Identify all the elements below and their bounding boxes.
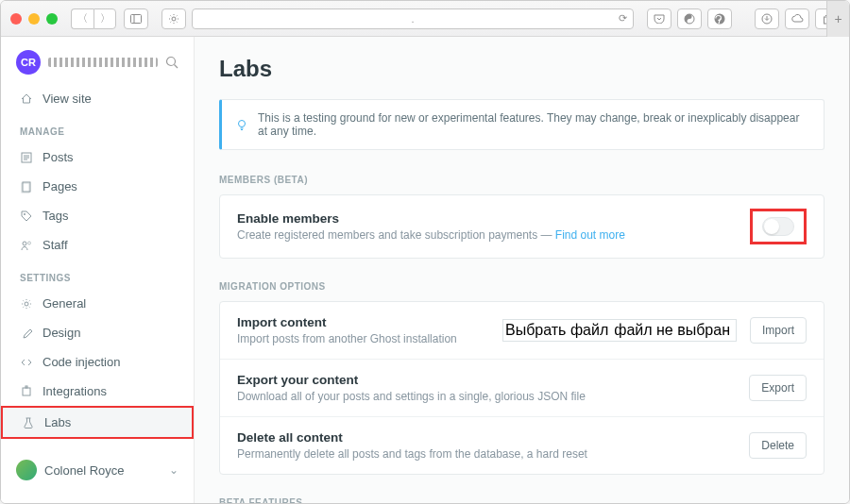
sidebar-item-label: Integrations [42, 384, 107, 398]
staff-icon [20, 239, 33, 252]
export-row: Export your content Download all of your… [220, 359, 824, 416]
code-icon [20, 356, 33, 369]
delete-button[interactable]: Delete [749, 432, 807, 459]
pinterest-icon [714, 13, 725, 25]
pocket-button[interactable] [647, 8, 672, 29]
import-row: Import content Import posts from another… [220, 302, 824, 359]
sidebar-item-label: Staff [42, 238, 68, 252]
migration-card: Import content Import posts from another… [219, 301, 824, 475]
svg-point-2 [172, 17, 176, 21]
nav-buttons: 〈 〉 [71, 8, 116, 29]
enable-members-title: Enable members [237, 211, 737, 226]
import-desc: Import posts from another Ghost installa… [237, 332, 489, 345]
toggle-highlight [750, 209, 807, 244]
import-title: Import content [237, 315, 489, 329]
choose-file-button[interactable]: Выбрать файл [505, 322, 608, 339]
window-controls [10, 13, 58, 25]
cloud-icon [790, 14, 804, 24]
downloads-button[interactable] [755, 8, 779, 29]
posts-icon [20, 151, 33, 164]
svg-point-21 [239, 121, 246, 127]
download-icon [761, 13, 773, 25]
file-input[interactable]: Выбрать файл файл не выбран [502, 319, 737, 342]
svg-point-16 [23, 242, 26, 245]
svg-rect-20 [26, 386, 27, 388]
user-avatar [16, 460, 37, 480]
sidebar-item-view-site[interactable]: View site [1, 84, 194, 113]
extension-button-1[interactable] [677, 8, 702, 29]
svg-rect-19 [23, 388, 30, 395]
sidebar-item-label: Design [42, 326, 80, 340]
sidebar-item-labs[interactable]: Labs [1, 406, 194, 439]
gear-icon [20, 297, 33, 311]
delete-row: Delete all content Permanently delete al… [220, 416, 824, 474]
tag-icon [20, 210, 33, 223]
section-label-migration: Migration options [219, 281, 824, 292]
sidebar: CR View site Manage Posts Pages Tags Sta… [1, 37, 195, 503]
section-label-beta: Beta features [219, 497, 824, 503]
export-button[interactable]: Export [749, 375, 807, 401]
file-status: файл не выбран [614, 322, 730, 339]
puzzle-icon [20, 385, 33, 398]
sidebar-item-tags[interactable]: Tags [1, 201, 194, 230]
page-title: Labs [219, 56, 824, 82]
svg-point-18 [25, 302, 28, 306]
sidebar-item-design[interactable]: Design [1, 318, 194, 347]
zoom-window-button[interactable] [46, 13, 58, 25]
search-button[interactable] [165, 56, 178, 69]
flask-icon [22, 416, 35, 429]
sidebar-item-general[interactable]: General [1, 289, 194, 318]
enable-members-desc: Create registered members and take subsc… [237, 228, 737, 242]
forward-button[interactable]: 〉 [94, 8, 116, 29]
sidebar-item-label: View site [42, 92, 92, 106]
close-window-button[interactable] [10, 13, 22, 25]
sidebar-item-integrations[interactable]: Integrations [1, 377, 194, 406]
address-bar[interactable]: . ⟳ [192, 8, 634, 29]
sidebar-item-label: General [42, 296, 86, 311]
info-notice: This is a testing ground for new or expe… [219, 99, 824, 150]
main-panel: Labs This is a testing ground for new or… [195, 37, 849, 503]
sidebar-item-label: Labs [44, 415, 71, 429]
site-avatar[interactable]: CR [16, 50, 41, 75]
home-icon [20, 92, 33, 106]
new-tab-button[interactable]: + [826, 1, 849, 37]
find-out-more-link[interactable]: Find out more [555, 228, 625, 242]
pinterest-button[interactable] [707, 8, 732, 29]
enable-members-toggle[interactable] [762, 217, 794, 236]
svg-line-8 [175, 65, 178, 69]
svg-rect-0 [131, 14, 142, 23]
address-text: . [411, 13, 414, 25]
sidebar-header: CR [1, 50, 194, 84]
icloud-tabs-button[interactable] [785, 8, 809, 29]
site-settings-button[interactable] [162, 8, 186, 29]
reload-icon[interactable]: ⟳ [619, 12, 627, 25]
panel-icon [130, 14, 142, 24]
sidebar-item-code-injection[interactable]: Code injection [1, 347, 194, 377]
section-label-members: Members (beta) [219, 175, 824, 185]
sidebar-item-posts[interactable]: Posts [1, 143, 194, 172]
members-card: Enable members Create registered members… [219, 194, 824, 259]
toolbar-right [647, 8, 840, 29]
sidebar-item-pages[interactable]: Pages [1, 172, 194, 201]
sidebar-user[interactable]: Colonel Royce ⌄ [1, 450, 194, 490]
import-button[interactable]: Import [750, 317, 807, 344]
browser-window: 〈 〉 . ⟳ + CR [0, 0, 850, 504]
site-name-redacted [48, 58, 158, 67]
user-name: Colonel Royce [44, 463, 162, 478]
app-content: CR View site Manage Posts Pages Tags Sta… [1, 37, 849, 503]
chevron-down-icon: ⌄ [169, 463, 178, 477]
export-desc: Download all of your posts and settings … [237, 390, 736, 403]
brush-icon [20, 327, 33, 340]
sidebar-section-manage: Manage [1, 113, 194, 143]
back-button[interactable]: 〈 [71, 8, 94, 29]
minimize-window-button[interactable] [28, 13, 40, 25]
address-area: . ⟳ [162, 8, 634, 29]
sidebar-item-staff[interactable]: Staff [1, 230, 194, 260]
sidebar-item-label: Pages [42, 179, 77, 193]
pages-icon [20, 180, 33, 193]
svg-point-17 [28, 242, 31, 244]
sidebar-toggle-button[interactable] [124, 8, 148, 29]
sidebar-item-label: Code injection [42, 355, 120, 369]
gear-icon [168, 13, 179, 25]
pocket-icon [654, 14, 665, 24]
